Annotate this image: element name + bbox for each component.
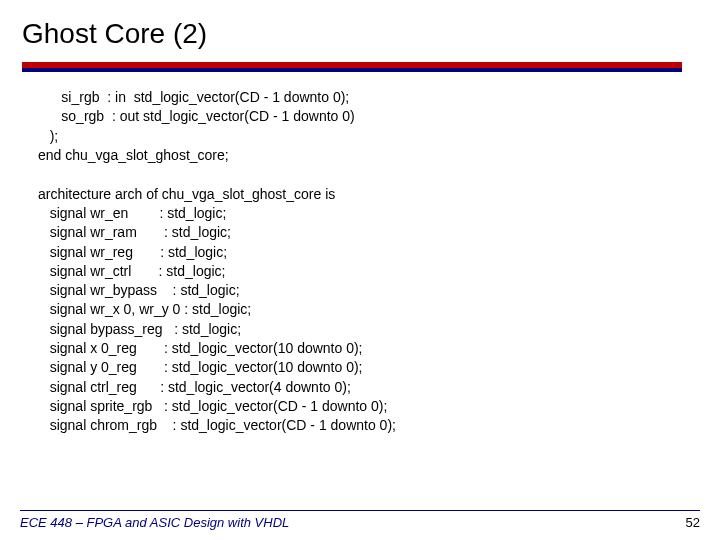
footer-course: ECE 448 – FPGA and ASIC Design with VHDL — [20, 515, 289, 530]
code-content: si_rgb : in std_logic_vector(CD - 1 down… — [20, 88, 700, 436]
slide-title: Ghost Core (2) — [20, 18, 700, 50]
title-underline — [22, 62, 682, 72]
slide: Ghost Core (2) si_rgb : in std_logic_vec… — [0, 0, 720, 540]
page-number: 52 — [686, 515, 700, 530]
underline-blue — [22, 68, 682, 72]
footer: ECE 448 – FPGA and ASIC Design with VHDL… — [20, 510, 700, 530]
